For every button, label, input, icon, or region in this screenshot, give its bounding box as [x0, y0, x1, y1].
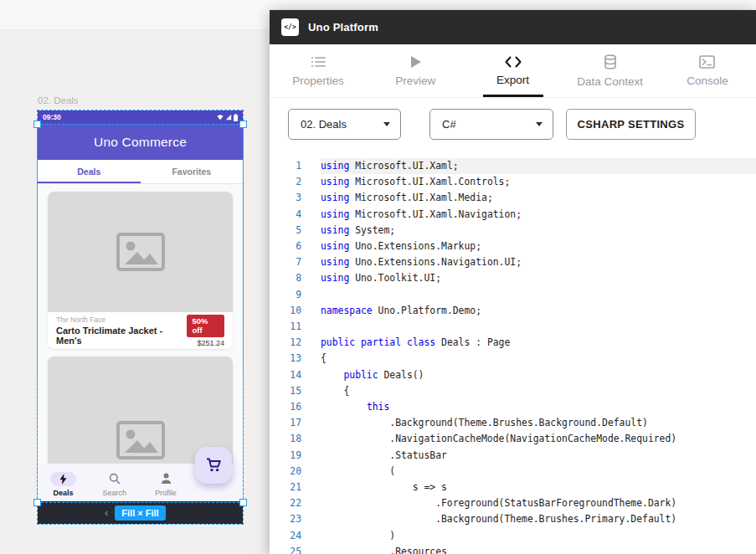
- code-text: this: [321, 399, 756, 415]
- csharp-settings-button[interactable]: CSHARP SETTINGS: [566, 109, 696, 140]
- product-card[interactable]: The North Face Carto Triclimate Jacket -…: [48, 192, 233, 349]
- battery-icon: [234, 114, 238, 121]
- code-icon: [505, 56, 522, 68]
- tab-properties[interactable]: Properties: [270, 44, 367, 97]
- nav-label: Search: [103, 489, 127, 497]
- phone-frame[interactable]: 09:30 Uno Commerce Deals Favorites: [37, 110, 244, 525]
- selection-handle[interactable]: [239, 121, 247, 128]
- tab-preview[interactable]: Preview: [367, 44, 464, 97]
- active-tab-underline: [483, 95, 543, 97]
- nav-item-search[interactable]: Search: [89, 472, 140, 497]
- tab-label: Preview: [395, 74, 435, 87]
- tab-label: Console: [687, 74, 728, 87]
- line-number: 22: [270, 495, 301, 511]
- uno-platform-panel: </> Uno Platform Properties Preview Expo…: [270, 10, 756, 554]
- frame-label[interactable]: 02. Deals: [38, 95, 79, 105]
- code-text: [321, 287, 756, 303]
- code-text: .Foreground(StatusBarForegroundTheme.Dar…: [321, 495, 756, 511]
- code-text: s => s: [321, 480, 756, 495]
- play-icon: [409, 55, 422, 69]
- panel-title: Uno Platform: [308, 21, 378, 33]
- line-number: 6: [270, 239, 301, 254]
- code-line: 19 .StatusBar: [270, 448, 756, 464]
- cart-fab-button[interactable]: [195, 447, 232, 484]
- language-select-dropdown[interactable]: C#: [429, 109, 553, 140]
- page-select-dropdown[interactable]: 02. Deals: [288, 109, 401, 140]
- code-text: [321, 319, 756, 335]
- tab-data-context[interactable]: Data Context: [562, 44, 659, 97]
- nav-item-profile[interactable]: Profile: [141, 472, 192, 497]
- selection-handle[interactable]: [33, 499, 41, 506]
- line-number: 1: [270, 158, 301, 174]
- line-number: 11: [270, 319, 301, 335]
- selection-handle[interactable]: [239, 499, 247, 506]
- code-line: 10namespace Uno.Platform.Demo;: [270, 303, 756, 319]
- status-bar: 09:30: [38, 110, 243, 124]
- code-line: 17 .Background(Theme.Brushes.Background.…: [270, 415, 756, 431]
- line-number: 17: [270, 415, 301, 431]
- code-text: .Background(Theme.Brushes.Primary.Defaul…: [321, 511, 756, 527]
- app-title: Uno Commerce: [94, 135, 187, 150]
- export-toolbar: 02. Deals C# CSHARP SETTINGS: [270, 98, 756, 145]
- tab-label: Data Context: [577, 75, 643, 88]
- product-info: The North Face Carto Triclimate Jacket -…: [48, 312, 233, 349]
- image-placeholder-icon: [116, 233, 165, 271]
- line-number: 23: [270, 511, 301, 527]
- nav-item-deals[interactable]: Deals: [38, 472, 89, 497]
- page-select-value: 02. Deals: [301, 118, 347, 131]
- cart-icon: [206, 458, 222, 473]
- code-text: (: [321, 464, 756, 480]
- profile-icon: [161, 473, 172, 485]
- back-chevron-icon[interactable]: ‹: [105, 507, 108, 518]
- code-text: using Uno.Toolkit.UI;: [321, 270, 756, 286]
- selection-handle[interactable]: [33, 121, 41, 128]
- product-name: Carto Triclimate Jacket - Men's: [56, 326, 187, 346]
- line-number: 7: [270, 254, 301, 270]
- code-text: namespace Uno.Platform.Demo;: [321, 303, 756, 319]
- tab-deals[interactable]: Deals: [38, 160, 141, 183]
- code-text: using Uno.Extensions.Navigation.UI;: [321, 254, 756, 270]
- code-text: public partial class Deals : Page: [321, 335, 756, 351]
- code-text: .NavigationCacheMode(NavigationCacheMode…: [321, 431, 756, 447]
- product-brand: The North Face: [56, 315, 187, 324]
- nav-label: Profile: [155, 489, 177, 497]
- line-number: 25: [270, 544, 301, 554]
- code-line: 5using System;: [270, 223, 756, 239]
- code-line: 21 s => s: [270, 480, 756, 495]
- code-text: using System;: [321, 223, 756, 239]
- code-line: 6using Uno.Extensions.Markup;: [270, 239, 756, 254]
- tab-label: Properties: [292, 74, 344, 87]
- product-price: $251.24: [197, 339, 224, 347]
- android-nav-bar: ‹ Fill × Fill: [38, 501, 243, 524]
- code-line: 15 {: [270, 383, 756, 399]
- code-line: 18 .NavigationCacheMode(NavigationCacheM…: [270, 431, 756, 447]
- tab-label: Export: [496, 74, 529, 86]
- code-text: {: [321, 351, 756, 367]
- line-number: 20: [270, 464, 301, 480]
- code-line: 23 .Background(Theme.Brushes.Primary.Def…: [270, 511, 756, 527]
- code-line: 1using Microsoft.UI.Xaml;: [270, 158, 756, 174]
- line-number: 13: [270, 351, 301, 367]
- code-text: {: [321, 383, 756, 399]
- figma-size-badge: Fill × Fill: [115, 505, 165, 521]
- uno-logo-icon: </>: [281, 18, 299, 36]
- panel-header: </> Uno Platform: [270, 10, 756, 44]
- chevron-down-icon: [536, 122, 543, 126]
- tab-export[interactable]: Export: [464, 44, 561, 97]
- code-text: using Uno.Extensions.Markup;: [321, 239, 756, 254]
- code-line: 22 .Foreground(StatusBarForegroundTheme.…: [270, 495, 756, 511]
- line-number: 5: [270, 223, 301, 239]
- image-placeholder-icon: [116, 421, 165, 459]
- code-text: using Microsoft.UI.Xaml.Navigation;: [321, 207, 756, 223]
- code-text: .StatusBar: [321, 448, 756, 464]
- search-icon: [109, 473, 121, 485]
- wifi-icon: [217, 114, 224, 121]
- code-editor[interactable]: 1using Microsoft.UI.Xaml;2using Microsof…: [270, 158, 756, 554]
- line-number: 24: [270, 528, 301, 544]
- code-line: 7using Uno.Extensions.Navigation.UI;: [270, 254, 756, 270]
- tab-console[interactable]: Console: [659, 44, 756, 97]
- language-select-value: C#: [442, 118, 456, 131]
- line-number: 4: [270, 207, 301, 223]
- code-text: .Background(Theme.Brushes.Background.Def…: [321, 415, 756, 431]
- tab-favorites[interactable]: Favorites: [141, 160, 244, 183]
